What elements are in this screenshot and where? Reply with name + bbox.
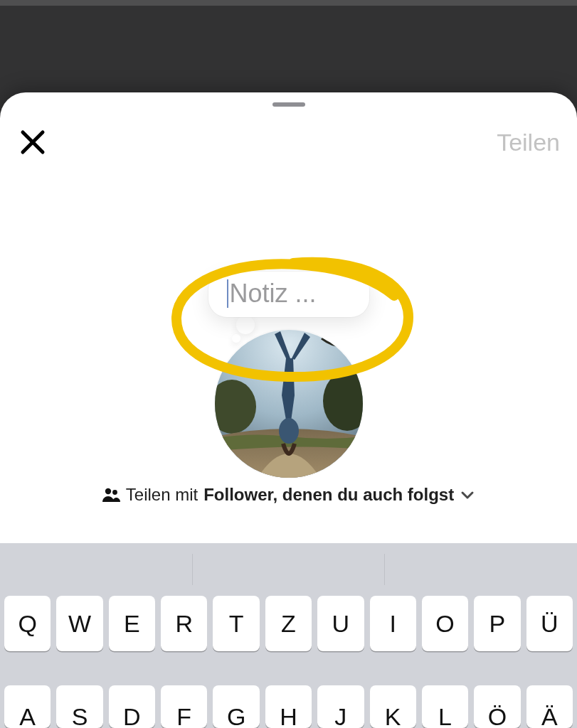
svg-point-6 — [105, 488, 111, 494]
sheet-header: Teilen — [0, 114, 577, 166]
avatar-container — [215, 330, 363, 478]
key-l[interactable]: L — [422, 685, 468, 728]
note-composer-sheet: Teilen — [0, 92, 577, 728]
note-bubble[interactable] — [208, 272, 369, 317]
key-a[interactable]: A — [4, 685, 51, 728]
share-button[interactable]: Teilen — [497, 129, 560, 156]
key-e[interactable]: E — [109, 596, 155, 651]
keyboard-row-2: A S D F G H J K L Ö Ä — [0, 685, 577, 728]
key-j[interactable]: J — [317, 685, 364, 728]
svg-point-5 — [279, 418, 299, 444]
key-t[interactable]: T — [213, 596, 259, 651]
key-g[interactable]: G — [213, 685, 259, 728]
chevron-down-icon — [460, 487, 475, 503]
key-z[interactable]: Z — [265, 596, 312, 651]
keyboard-suggestion-bar[interactable] — [0, 543, 577, 596]
avatar[interactable] — [215, 330, 363, 478]
suggestion-divider — [192, 554, 193, 585]
key-h[interactable]: H — [265, 685, 312, 728]
key-o[interactable]: O — [422, 596, 468, 651]
key-oe[interactable]: Ö — [474, 685, 520, 728]
note-input[interactable] — [230, 279, 351, 309]
key-i[interactable]: I — [370, 596, 416, 651]
key-s[interactable]: S — [56, 685, 102, 728]
key-u[interactable]: U — [317, 596, 364, 651]
key-w[interactable]: W — [56, 596, 102, 651]
share-audience-row[interactable]: Teilen mit Follower, denen du auch folgs… — [0, 485, 577, 505]
key-k[interactable]: K — [370, 685, 416, 728]
avatar-image — [215, 330, 363, 478]
sheet-grabber[interactable] — [272, 102, 305, 107]
key-ue[interactable]: Ü — [526, 596, 573, 651]
compose-area — [0, 166, 577, 465]
suggestion-divider — [384, 554, 385, 585]
svg-point-7 — [112, 490, 117, 495]
people-icon — [102, 487, 120, 503]
close-button[interactable] — [17, 127, 48, 158]
key-r[interactable]: R — [161, 596, 207, 651]
key-f[interactable]: F — [161, 685, 207, 728]
keyboard: Q W E R T Z U I O P Ü A S D F G H J K L … — [0, 543, 577, 728]
keyboard-row-1: Q W E R T Z U I O P Ü — [0, 596, 577, 651]
key-d[interactable]: D — [109, 685, 155, 728]
share-audience: Follower, denen du auch folgst — [203, 485, 454, 505]
key-ae[interactable]: Ä — [526, 685, 573, 728]
share-prefix: Teilen mit — [126, 485, 198, 505]
key-q[interactable]: Q — [4, 596, 51, 651]
close-icon — [17, 127, 48, 158]
text-caret — [227, 279, 228, 308]
key-p[interactable]: P — [474, 596, 520, 651]
